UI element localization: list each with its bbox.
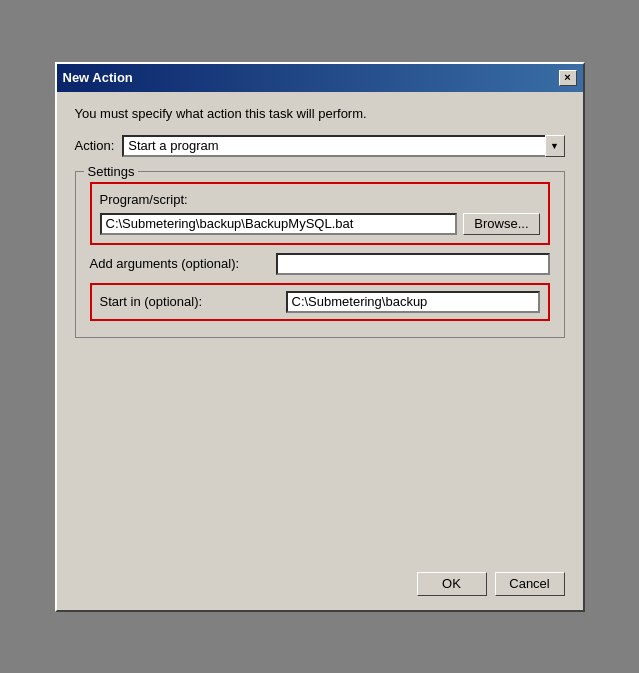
ok-button[interactable]: OK [417, 572, 487, 596]
start-in-input[interactable] [286, 291, 540, 313]
start-in-section: Start in (optional): [90, 283, 550, 321]
action-label: Action: [75, 138, 115, 153]
title-bar: New Action × [57, 64, 583, 92]
close-button[interactable]: × [559, 70, 577, 86]
spacer [75, 358, 565, 558]
program-script-section: Program/script: Browse... [90, 182, 550, 245]
bottom-buttons: OK Cancel [57, 572, 583, 610]
settings-group: Settings Program/script: Browse... Add a… [75, 171, 565, 338]
title-bar-controls: × [559, 70, 577, 86]
dialog-title: New Action [63, 70, 133, 85]
settings-legend: Settings [84, 164, 139, 179]
new-action-dialog: New Action × You must specify what actio… [55, 62, 585, 612]
program-script-input[interactable] [100, 213, 458, 235]
action-dropdown-wrapper: Start a program Send an e-mail Display a… [122, 135, 564, 157]
start-in-label: Start in (optional): [100, 294, 280, 309]
program-script-input-row: Browse... [100, 213, 540, 235]
action-dropdown[interactable]: Start a program Send an e-mail Display a… [122, 135, 564, 157]
program-script-label: Program/script: [100, 192, 540, 207]
dialog-body: You must specify what action this task w… [57, 92, 583, 572]
description-text: You must specify what action this task w… [75, 106, 565, 121]
browse-button[interactable]: Browse... [463, 213, 539, 235]
add-arguments-input[interactable] [276, 253, 550, 275]
add-arguments-row: Add arguments (optional): [90, 253, 550, 275]
action-row: Action: Start a program Send an e-mail D… [75, 135, 565, 157]
add-arguments-label: Add arguments (optional): [90, 256, 270, 271]
cancel-button[interactable]: Cancel [495, 572, 565, 596]
